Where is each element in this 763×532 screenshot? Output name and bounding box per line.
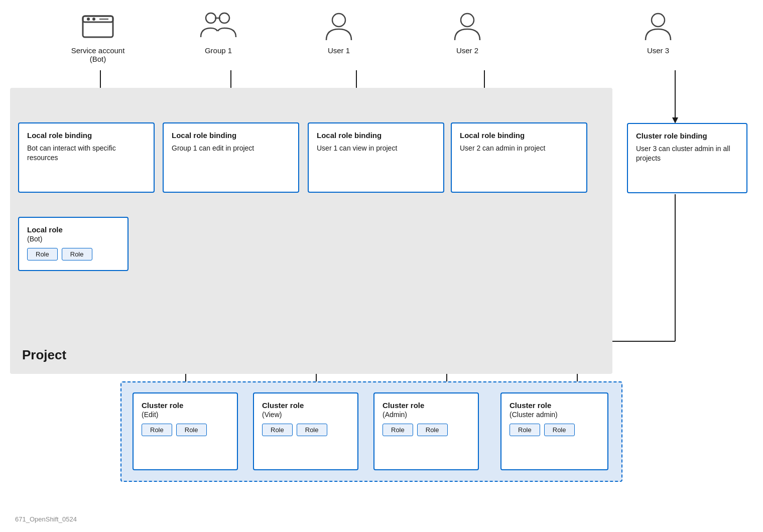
cluster-role-view-pill-1: Role bbox=[262, 424, 293, 436]
svg-point-30 bbox=[87, 18, 90, 21]
actor-user3-label: User 3 bbox=[647, 46, 669, 55]
user2-icon bbox=[452, 11, 482, 43]
group-icon bbox=[198, 11, 238, 43]
cluster-role-admin-title: Cluster role bbox=[383, 401, 470, 411]
svg-point-38 bbox=[652, 14, 665, 27]
user3-cluster-binding-desc: User 3 can cluster admin in all projects bbox=[636, 144, 738, 164]
actor-user1: User 1 bbox=[316, 11, 361, 55]
actor-bot-label: Service account (Bot) bbox=[65, 46, 131, 63]
cluster-role-admin-subtitle: (Admin) bbox=[383, 411, 470, 419]
cluster-role-view-pill-2: Role bbox=[297, 424, 327, 436]
user1-binding-title: Local role binding bbox=[317, 130, 435, 141]
cluster-role-view-title: Cluster role bbox=[262, 401, 349, 411]
user1-binding-desc: User 1 can view in project bbox=[317, 144, 435, 154]
bot-binding-title: Local role binding bbox=[27, 130, 146, 141]
watermark: 671_OpenShift_0524 bbox=[15, 515, 77, 523]
local-role-bot-pill-1: Role bbox=[27, 248, 58, 260]
cluster-role-admin-box: Cluster role (Admin) Role Role bbox=[373, 392, 479, 470]
user1-icon bbox=[324, 11, 354, 43]
cluster-role-edit-pills: Role Role bbox=[142, 424, 229, 436]
local-role-bot-pill-2: Role bbox=[62, 248, 92, 260]
cluster-role-edit-pill-2: Role bbox=[176, 424, 207, 436]
user2-binding-desc: User 2 can admin in project bbox=[460, 144, 578, 154]
cluster-role-admin-pills: Role Role bbox=[383, 424, 470, 436]
cluster-role-cluster-admin-pill-2: Role bbox=[544, 424, 575, 436]
local-role-bot-box: Local role (Bot) Role Role bbox=[18, 217, 129, 271]
svg-point-37 bbox=[461, 14, 474, 27]
group-binding-title: Local role binding bbox=[172, 130, 290, 141]
user3-icon bbox=[643, 11, 673, 43]
bot-binding-desc: Bot can interact with specific resources bbox=[27, 144, 146, 163]
cluster-role-edit-title: Cluster role bbox=[142, 401, 229, 411]
user1-binding-box: Local role binding User 1 can view in pr… bbox=[308, 122, 444, 193]
svg-point-34 bbox=[219, 13, 229, 23]
actor-user3: User 3 bbox=[635, 11, 681, 55]
diagram-container: Service account (Bot) Group 1 User bbox=[0, 0, 763, 532]
actor-group1-label: Group 1 bbox=[205, 46, 232, 55]
service-account-icon bbox=[80, 11, 115, 43]
actor-bot: Service account (Bot) bbox=[65, 11, 131, 63]
cluster-role-cluster-admin-title: Cluster role bbox=[510, 401, 599, 411]
cluster-role-edit-subtitle: (Edit) bbox=[142, 411, 229, 419]
cluster-role-view-subtitle: (View) bbox=[262, 411, 349, 419]
svg-point-31 bbox=[92, 18, 95, 21]
group-binding-box: Local role binding Group 1 can edit in p… bbox=[163, 122, 299, 193]
user3-cluster-binding-box: Cluster role binding User 3 can cluster … bbox=[627, 123, 747, 193]
bot-binding-box: Local role binding Bot can interact with… bbox=[18, 122, 155, 193]
cluster-role-cluster-admin-pill-1: Role bbox=[510, 424, 540, 436]
user3-cluster-binding-title: Cluster role binding bbox=[636, 131, 738, 141]
cluster-role-cluster-admin-box: Cluster role (Cluster admin) Role Role bbox=[500, 392, 608, 470]
local-role-bot-title: Local role bbox=[27, 225, 119, 235]
project-label: Project bbox=[22, 347, 66, 363]
cluster-role-edit-box: Cluster role (Edit) Role Role bbox=[133, 392, 238, 470]
cluster-role-view-box: Cluster role (View) Role Role bbox=[253, 392, 358, 470]
actor-user2: User 2 bbox=[445, 11, 490, 55]
local-role-bot-pills: Role Role bbox=[27, 248, 119, 260]
user2-binding-title: Local role binding bbox=[460, 130, 578, 141]
cluster-role-edit-pill-1: Role bbox=[142, 424, 172, 436]
cluster-role-admin-pill-1: Role bbox=[383, 424, 413, 436]
svg-point-33 bbox=[206, 13, 216, 23]
user2-binding-box: Local role binding User 2 can admin in p… bbox=[451, 122, 587, 193]
local-role-bot-subtitle: (Bot) bbox=[27, 235, 119, 243]
actor-user1-label: User 1 bbox=[328, 46, 350, 55]
group-binding-desc: Group 1 can edit in project bbox=[172, 144, 290, 154]
cluster-role-admin-pill-2: Role bbox=[417, 424, 448, 436]
cluster-role-view-pills: Role Role bbox=[262, 424, 349, 436]
cluster-role-cluster-admin-pills: Role Role bbox=[510, 424, 599, 436]
actor-user2-label: User 2 bbox=[456, 46, 478, 55]
actor-group1: Group 1 bbox=[191, 11, 246, 55]
cluster-role-cluster-admin-subtitle: (Cluster admin) bbox=[510, 411, 599, 419]
cluster-roles-area: Cluster role (Edit) Role Role Cluster ro… bbox=[120, 381, 622, 482]
svg-point-36 bbox=[332, 14, 345, 27]
